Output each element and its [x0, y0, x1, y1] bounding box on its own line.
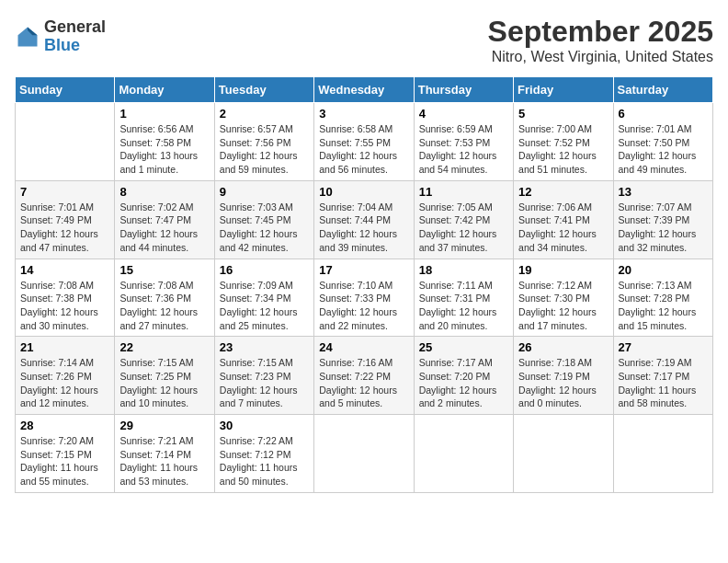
day-number: 13	[619, 185, 708, 199]
day-info: Sunrise: 7:21 AMSunset: 7:14 PMDaylight:…	[119, 434, 209, 488]
day-number: 14	[20, 263, 109, 277]
calendar-cell: 24Sunrise: 7:16 AMSunset: 7:22 PMDayligh…	[314, 337, 414, 415]
day-number: 10	[319, 185, 408, 199]
calendar-cell: 3Sunrise: 6:58 AMSunset: 7:55 PMDaylight…	[314, 103, 414, 181]
title-block: September 2025 Nitro, West Virginia, Uni…	[488, 15, 713, 65]
calendar-cell: 27Sunrise: 7:19 AMSunset: 7:17 PMDayligh…	[613, 337, 712, 415]
page-subtitle: Nitro, West Virginia, United States	[488, 49, 713, 65]
day-info: Sunrise: 7:22 AMSunset: 7:12 PMDaylight:…	[220, 434, 309, 488]
calendar-cell: 12Sunrise: 7:06 AMSunset: 7:41 PMDayligh…	[514, 180, 613, 259]
calendar-week-row: 21Sunrise: 7:14 AMSunset: 7:26 PMDayligh…	[16, 337, 713, 415]
header-monday: Monday	[115, 77, 214, 103]
calendar-cell: 23Sunrise: 7:15 AMSunset: 7:23 PMDayligh…	[214, 337, 313, 415]
calendar-week-row: 14Sunrise: 7:08 AMSunset: 7:38 PMDayligh…	[16, 259, 713, 337]
day-info: Sunrise: 7:04 AMSunset: 7:44 PMDaylight:…	[319, 201, 408, 255]
day-info: Sunrise: 7:16 AMSunset: 7:22 PMDaylight:…	[319, 356, 408, 410]
logo-general: General	[44, 18, 106, 37]
calendar-cell: 21Sunrise: 7:14 AMSunset: 7:26 PMDayligh…	[16, 337, 115, 415]
day-info: Sunrise: 6:56 AMSunset: 7:58 PMDaylight:…	[119, 122, 209, 177]
logo-icon	[15, 24, 40, 50]
calendar-cell	[16, 103, 115, 181]
day-number: 25	[419, 340, 508, 354]
calendar-cell: 16Sunrise: 7:09 AMSunset: 7:34 PMDayligh…	[214, 259, 313, 337]
calendar-cell: 29Sunrise: 7:21 AMSunset: 7:14 PMDayligh…	[115, 415, 214, 493]
calendar-cell: 1Sunrise: 6:56 AMSunset: 7:58 PMDaylight…	[115, 103, 214, 181]
day-number: 1	[119, 107, 209, 121]
calendar-cell: 18Sunrise: 7:11 AMSunset: 7:31 PMDayligh…	[414, 259, 513, 337]
calendar-cell: 5Sunrise: 7:00 AMSunset: 7:52 PMDaylight…	[514, 103, 613, 181]
day-number: 30	[220, 419, 309, 432]
day-info: Sunrise: 7:08 AMSunset: 7:38 PMDaylight:…	[20, 279, 109, 333]
calendar-cell: 30Sunrise: 7:22 AMSunset: 7:12 PMDayligh…	[214, 415, 313, 493]
day-number: 12	[518, 185, 608, 199]
calendar-cell: 7Sunrise: 7:01 AMSunset: 7:49 PMDaylight…	[16, 180, 115, 259]
day-info: Sunrise: 7:09 AMSunset: 7:34 PMDaylight:…	[220, 279, 309, 333]
day-number: 2	[220, 107, 309, 121]
header-friday: Friday	[514, 77, 613, 103]
calendar-cell: 11Sunrise: 7:05 AMSunset: 7:42 PMDayligh…	[414, 180, 513, 259]
day-info: Sunrise: 6:57 AMSunset: 7:56 PMDaylight:…	[220, 122, 309, 177]
day-number: 24	[319, 340, 408, 354]
page-header: General Blue September 2025 Nitro, West …	[15, 15, 713, 65]
calendar-table: SundayMondayTuesdayWednesdayThursdayFrid…	[15, 76, 713, 493]
calendar-cell	[514, 415, 613, 493]
calendar-cell: 17Sunrise: 7:10 AMSunset: 7:33 PMDayligh…	[314, 259, 414, 337]
day-info: Sunrise: 7:01 AMSunset: 7:50 PMDaylight:…	[619, 122, 708, 177]
day-number: 7	[20, 185, 109, 199]
day-info: Sunrise: 7:17 AMSunset: 7:20 PMDaylight:…	[419, 356, 508, 410]
day-info: Sunrise: 7:10 AMSunset: 7:33 PMDaylight:…	[319, 279, 408, 333]
logo-text: General Blue	[44, 18, 106, 55]
day-info: Sunrise: 7:08 AMSunset: 7:36 PMDaylight:…	[119, 279, 209, 333]
calendar-cell: 28Sunrise: 7:20 AMSunset: 7:15 PMDayligh…	[16, 415, 115, 493]
calendar-cell: 22Sunrise: 7:15 AMSunset: 7:25 PMDayligh…	[115, 337, 214, 415]
logo: General Blue	[15, 18, 106, 55]
calendar-cell: 4Sunrise: 6:59 AMSunset: 7:53 PMDaylight…	[414, 103, 513, 181]
day-number: 18	[419, 263, 508, 277]
day-info: Sunrise: 7:20 AMSunset: 7:15 PMDaylight:…	[20, 434, 109, 488]
calendar-cell: 10Sunrise: 7:04 AMSunset: 7:44 PMDayligh…	[314, 180, 414, 259]
calendar-cell: 26Sunrise: 7:18 AMSunset: 7:19 PMDayligh…	[514, 337, 613, 415]
logo-blue: Blue	[44, 37, 106, 55]
day-number: 5	[518, 107, 608, 121]
calendar-cell	[314, 415, 414, 493]
day-number: 6	[619, 107, 708, 121]
day-number: 28	[20, 419, 109, 432]
calendar-cell: 15Sunrise: 7:08 AMSunset: 7:36 PMDayligh…	[115, 259, 214, 337]
day-info: Sunrise: 7:12 AMSunset: 7:30 PMDaylight:…	[518, 279, 608, 333]
header-sunday: Sunday	[16, 77, 115, 103]
calendar-week-row: 7Sunrise: 7:01 AMSunset: 7:49 PMDaylight…	[16, 180, 713, 259]
header-tuesday: Tuesday	[214, 77, 313, 103]
page-title: September 2025	[488, 15, 713, 49]
calendar-cell: 13Sunrise: 7:07 AMSunset: 7:39 PMDayligh…	[613, 180, 712, 259]
day-info: Sunrise: 6:59 AMSunset: 7:53 PMDaylight:…	[419, 122, 508, 177]
calendar-cell: 9Sunrise: 7:03 AMSunset: 7:45 PMDaylight…	[214, 180, 313, 259]
calendar-cell: 8Sunrise: 7:02 AMSunset: 7:47 PMDaylight…	[115, 180, 214, 259]
day-info: Sunrise: 7:15 AMSunset: 7:23 PMDaylight:…	[220, 356, 309, 410]
day-number: 23	[220, 340, 309, 354]
calendar-cell: 25Sunrise: 7:17 AMSunset: 7:20 PMDayligh…	[414, 337, 513, 415]
day-number: 22	[119, 340, 209, 354]
day-info: Sunrise: 7:01 AMSunset: 7:49 PMDaylight:…	[20, 201, 109, 255]
day-info: Sunrise: 6:58 AMSunset: 7:55 PMDaylight:…	[319, 122, 408, 177]
day-info: Sunrise: 7:07 AMSunset: 7:39 PMDaylight:…	[619, 201, 708, 255]
calendar-cell: 6Sunrise: 7:01 AMSunset: 7:50 PMDaylight…	[613, 103, 712, 181]
day-number: 16	[220, 263, 309, 277]
day-number: 11	[419, 185, 508, 199]
day-info: Sunrise: 7:14 AMSunset: 7:26 PMDaylight:…	[20, 356, 109, 410]
day-number: 29	[119, 419, 209, 432]
calendar-week-row: 28Sunrise: 7:20 AMSunset: 7:15 PMDayligh…	[16, 415, 713, 493]
day-number: 8	[119, 185, 209, 199]
calendar-cell	[613, 415, 712, 493]
day-info: Sunrise: 7:13 AMSunset: 7:28 PMDaylight:…	[619, 279, 708, 333]
day-info: Sunrise: 7:15 AMSunset: 7:25 PMDaylight:…	[119, 356, 209, 410]
calendar-cell	[414, 415, 513, 493]
calendar-header-row: SundayMondayTuesdayWednesdayThursdayFrid…	[16, 77, 713, 103]
day-info: Sunrise: 7:00 AMSunset: 7:52 PMDaylight:…	[518, 122, 608, 177]
day-number: 27	[619, 340, 708, 354]
day-info: Sunrise: 7:18 AMSunset: 7:19 PMDaylight:…	[518, 356, 608, 410]
calendar-cell: 20Sunrise: 7:13 AMSunset: 7:28 PMDayligh…	[613, 259, 712, 337]
day-number: 15	[119, 263, 209, 277]
day-number: 20	[619, 263, 708, 277]
day-number: 19	[518, 263, 608, 277]
day-info: Sunrise: 7:02 AMSunset: 7:47 PMDaylight:…	[119, 201, 209, 255]
